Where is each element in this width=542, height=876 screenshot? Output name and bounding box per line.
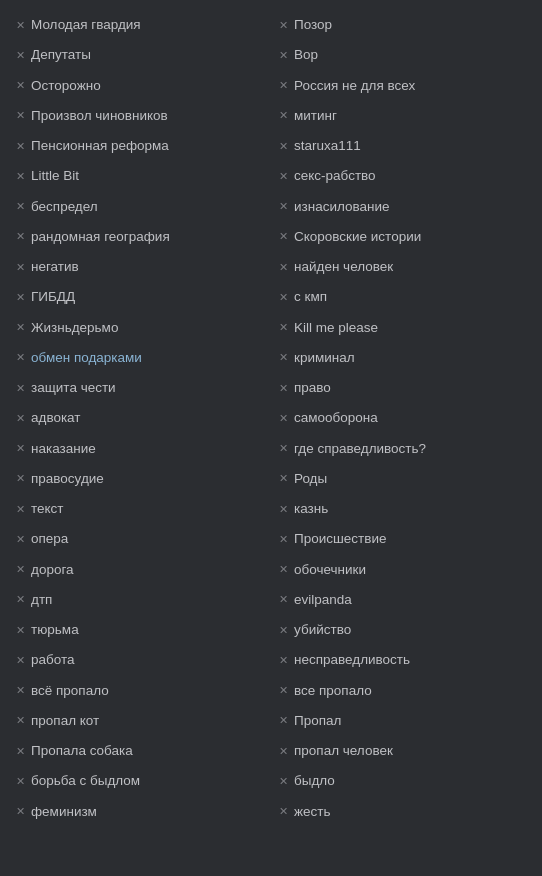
close-icon[interactable]: ✕	[16, 746, 25, 757]
close-icon[interactable]: ✕	[279, 262, 288, 273]
close-icon[interactable]: ✕	[279, 625, 288, 636]
tag-label: рандомная география	[31, 227, 170, 247]
close-icon[interactable]: ✕	[16, 625, 25, 636]
close-icon[interactable]: ✕	[16, 383, 25, 394]
close-icon[interactable]: ✕	[279, 473, 288, 484]
tag-item: ✕Скоровские истории	[271, 222, 534, 252]
tag-item: ✕дорога	[8, 555, 271, 585]
tag-label: защита чести	[31, 378, 116, 398]
tag-label: Kill me please	[294, 318, 378, 338]
close-icon[interactable]: ✕	[16, 231, 25, 242]
tag-item: ✕Пропала собака	[8, 736, 271, 766]
close-icon[interactable]: ✕	[279, 504, 288, 515]
tag-label: Пропал	[294, 711, 341, 731]
tag-item: ✕Произвол чиновников	[8, 101, 271, 131]
close-icon[interactable]: ✕	[279, 685, 288, 696]
tag-label: Произвол чиновников	[31, 106, 168, 126]
close-icon[interactable]: ✕	[16, 443, 25, 454]
tag-item: ✕Пропал	[271, 706, 534, 736]
close-icon[interactable]: ✕	[16, 110, 25, 121]
tag-item: ✕Позор	[271, 10, 534, 40]
close-icon[interactable]: ✕	[279, 322, 288, 333]
tag-label: обмен подарками	[31, 348, 142, 368]
close-icon[interactable]: ✕	[16, 352, 25, 363]
tag-label: Жизньдерьмо	[31, 318, 118, 338]
tag-item: ✕секс-рабство	[271, 161, 534, 191]
close-icon[interactable]: ✕	[279, 806, 288, 817]
tag-label: обочечники	[294, 560, 366, 580]
tag-item: ✕с кмп	[271, 282, 534, 312]
tag-item: ✕Молодая гвардия	[8, 10, 271, 40]
tag-item: ✕быдло	[271, 766, 534, 796]
tag-label: staruxa111	[294, 136, 361, 156]
tag-item: ✕изнасилование	[271, 192, 534, 222]
tag-item: ✕ГИБДД	[8, 282, 271, 312]
close-icon[interactable]: ✕	[16, 473, 25, 484]
close-icon[interactable]: ✕	[16, 534, 25, 545]
tag-label: наказание	[31, 439, 96, 459]
tag-item: ✕защита чести	[8, 373, 271, 403]
close-icon[interactable]: ✕	[16, 201, 25, 212]
tag-item: ✕работа	[8, 645, 271, 675]
close-icon[interactable]: ✕	[16, 80, 25, 91]
close-icon[interactable]: ✕	[16, 715, 25, 726]
tag-label: всё пропало	[31, 681, 109, 701]
close-icon[interactable]: ✕	[279, 715, 288, 726]
tag-label: феминизм	[31, 802, 97, 822]
tag-label: работа	[31, 650, 75, 670]
close-icon[interactable]: ✕	[16, 504, 25, 515]
tag-label: все пропало	[294, 681, 372, 701]
tag-item: ✕обочечники	[271, 555, 534, 585]
close-icon[interactable]: ✕	[279, 50, 288, 61]
tag-label: дтп	[31, 590, 52, 610]
tag-item: ✕адвокат	[8, 403, 271, 433]
close-icon[interactable]: ✕	[16, 141, 25, 152]
tag-label: самооборона	[294, 408, 378, 428]
tag-item: ✕криминал	[271, 343, 534, 373]
close-icon[interactable]: ✕	[16, 262, 25, 273]
tag-item: ✕Жизньдерьмо	[8, 313, 271, 343]
tag-item: ✕негатив	[8, 252, 271, 282]
close-icon[interactable]: ✕	[279, 110, 288, 121]
close-icon[interactable]: ✕	[16, 20, 25, 31]
close-icon[interactable]: ✕	[279, 746, 288, 757]
close-icon[interactable]: ✕	[16, 292, 25, 303]
close-icon[interactable]: ✕	[16, 322, 25, 333]
tag-label: Little Bit	[31, 166, 79, 186]
tag-item: ✕право	[271, 373, 534, 403]
close-icon[interactable]: ✕	[279, 141, 288, 152]
close-icon[interactable]: ✕	[279, 171, 288, 182]
close-icon[interactable]: ✕	[279, 201, 288, 212]
close-icon[interactable]: ✕	[16, 806, 25, 817]
close-icon[interactable]: ✕	[16, 776, 25, 787]
close-icon[interactable]: ✕	[16, 685, 25, 696]
close-icon[interactable]: ✕	[279, 776, 288, 787]
tag-label: Осторожно	[31, 76, 101, 96]
close-icon[interactable]: ✕	[279, 292, 288, 303]
close-icon[interactable]: ✕	[16, 594, 25, 605]
close-icon[interactable]: ✕	[279, 231, 288, 242]
tag-item: ✕феминизм	[8, 797, 271, 827]
close-icon[interactable]: ✕	[16, 564, 25, 575]
close-icon[interactable]: ✕	[279, 80, 288, 91]
tag-label: адвокат	[31, 408, 81, 428]
close-icon[interactable]: ✕	[279, 594, 288, 605]
close-icon[interactable]: ✕	[16, 413, 25, 424]
close-icon[interactable]: ✕	[279, 564, 288, 575]
close-icon[interactable]: ✕	[279, 534, 288, 545]
close-icon[interactable]: ✕	[279, 443, 288, 454]
tag-label: Скоровские истории	[294, 227, 421, 247]
tag-label: беспредел	[31, 197, 98, 217]
tag-item: ✕убийство	[271, 615, 534, 645]
close-icon[interactable]: ✕	[279, 413, 288, 424]
close-icon[interactable]: ✕	[279, 655, 288, 666]
close-icon[interactable]: ✕	[279, 20, 288, 31]
close-icon[interactable]: ✕	[279, 383, 288, 394]
tag-item: ✕Осторожно	[8, 71, 271, 101]
close-icon[interactable]: ✕	[279, 352, 288, 363]
close-icon[interactable]: ✕	[16, 50, 25, 61]
close-icon[interactable]: ✕	[16, 655, 25, 666]
close-icon[interactable]: ✕	[16, 171, 25, 182]
tag-label: пропал человек	[294, 741, 393, 761]
tag-label: жесть	[294, 802, 331, 822]
